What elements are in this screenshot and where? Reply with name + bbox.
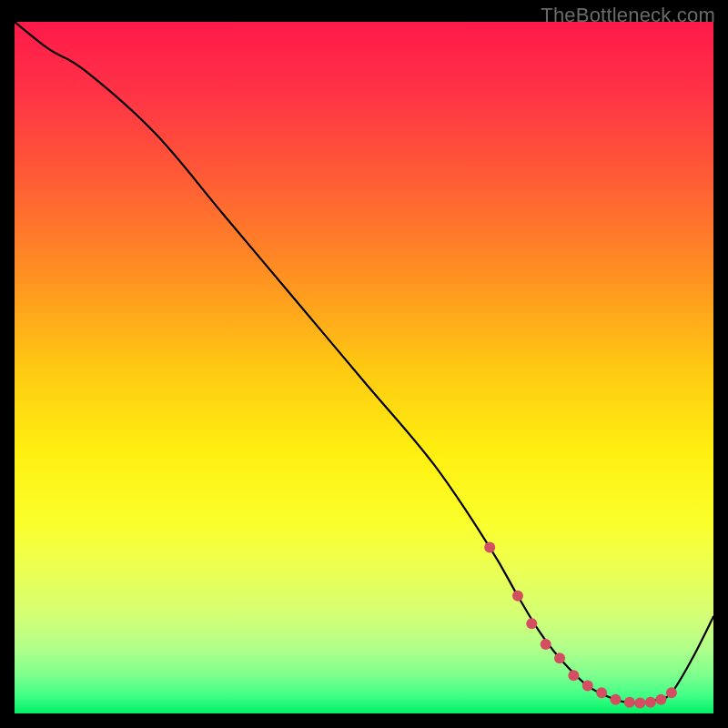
marker-dot xyxy=(624,697,635,708)
marker-dot xyxy=(554,652,565,663)
marker-dot xyxy=(634,698,645,709)
plot-svg xyxy=(15,22,713,713)
marker-dot xyxy=(568,670,579,681)
marker-dot xyxy=(596,687,607,698)
marker-dot xyxy=(541,639,551,650)
marker-dot xyxy=(655,694,666,705)
marker-dot xyxy=(645,697,656,708)
marker-dot xyxy=(512,591,523,602)
marker-dot xyxy=(484,542,495,553)
gradient-background xyxy=(15,22,713,713)
plot-area xyxy=(15,22,713,713)
marker-dot xyxy=(526,618,537,629)
marker-dot xyxy=(582,681,593,692)
chart-stage: TheBottleneck.com xyxy=(0,0,728,728)
marker-dot xyxy=(666,687,677,698)
marker-dot xyxy=(610,694,621,705)
